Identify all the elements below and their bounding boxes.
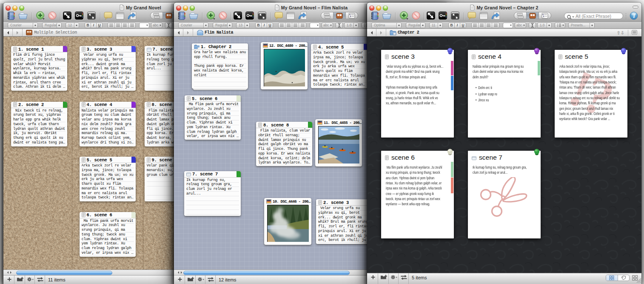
svg-text:i: i [633, 13, 635, 19]
